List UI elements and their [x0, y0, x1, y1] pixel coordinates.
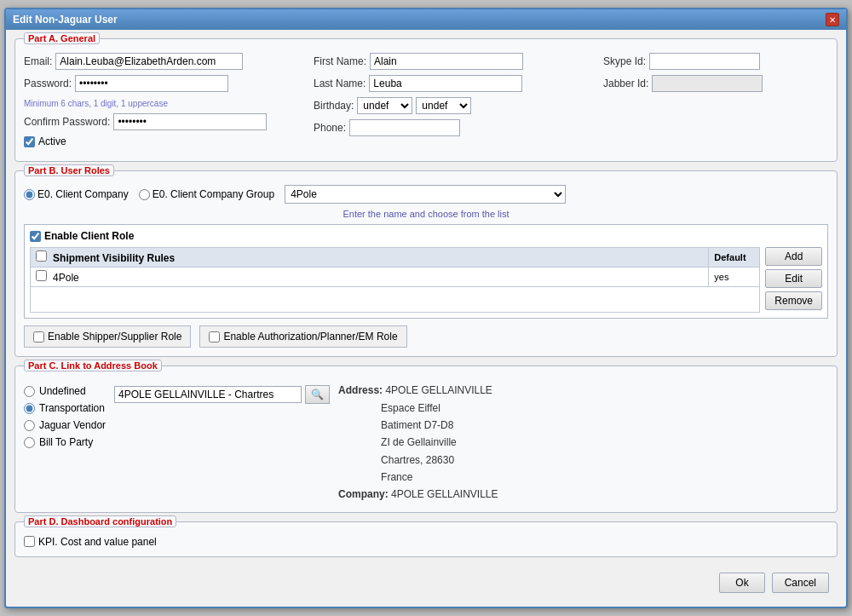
phone-field[interactable] — [349, 119, 460, 136]
radio-transportation[interactable] — [24, 403, 35, 414]
table-action-buttons: Add Edit Remove — [765, 247, 822, 310]
company-field-label: Company: — [338, 488, 389, 500]
radio-transportation-label[interactable]: Transportation — [24, 402, 106, 414]
password-hint: Minimum 6 chars, 1 digit, 1 uppercase — [24, 99, 168, 108]
section-d-title: Part D. Dashboard configuration — [24, 515, 176, 527]
address-line3: Batiment D7-D8 — [381, 419, 453, 431]
enable-auth-label[interactable]: Enable Authorization/Planner/EM Role — [199, 325, 406, 348]
enable-auth-checkbox[interactable] — [209, 331, 220, 343]
address-line5: Chartres, 28630 — [381, 454, 454, 466]
address-detail-col: Address: 4POLE GELLAINVILLE Espace Eiffe… — [338, 382, 498, 504]
enable-client-role-checkbox[interactable] — [30, 231, 41, 242]
extra-roles-section: Enable Shipper/Supplier Role Enable Auth… — [24, 325, 828, 348]
select-all-checkbox[interactable] — [36, 250, 47, 262]
address-detail: Address: 4POLE GELLAINVILLE Espace Eiffe… — [338, 382, 498, 504]
section-b-title: Part B. User Roles — [24, 164, 114, 176]
last-name-label: Last Name: — [314, 78, 366, 89]
edit-non-jaguar-user-dialog: Edit Non-Jaguar User ✕ Part A. General E… — [4, 8, 848, 608]
radio-client-company-label[interactable]: E0. Client Company — [24, 188, 129, 200]
search-col: 🔍 — [114, 385, 330, 404]
active-label: Active — [38, 135, 66, 147]
confirm-password-label: Confirm Password: — [24, 116, 110, 128]
address-line2: Espace Eiffel — [381, 402, 440, 414]
client-role-box: Enable Client Role Shipment Visibility R… — [24, 224, 828, 319]
skype-field[interactable] — [649, 53, 760, 70]
phone-label: Phone: — [314, 122, 346, 134]
section-a-title: Part A. General — [24, 32, 100, 44]
rule-default-cell: yes — [709, 268, 760, 287]
close-button[interactable]: ✕ — [826, 13, 839, 26]
col-header-name: Shipment Visibility Rules — [31, 248, 709, 268]
rule-checkbox[interactable] — [36, 270, 47, 281]
ok-button[interactable]: Ok — [719, 573, 764, 593]
skype-label: Skype Id: — [603, 55, 646, 67]
section-part-a: Part A. General Email: Password: Minimum… — [14, 38, 838, 162]
client-type-radio-group: E0. Client Company E0. Client Company Gr… — [24, 185, 828, 204]
radio-bill-to-party-label[interactable]: Bill To Party — [24, 436, 106, 448]
birthday-month-select[interactable]: undef — [357, 97, 412, 114]
enable-shipper-checkbox[interactable] — [33, 331, 44, 343]
search-button[interactable]: 🔍 — [305, 385, 330, 404]
empty-row — [31, 287, 760, 313]
radio-bill-to-party[interactable] — [24, 437, 35, 448]
section-part-d: Part D. Dashboard configuration KPI. Cos… — [14, 521, 838, 557]
kpi-checkbox[interactable] — [24, 536, 35, 547]
address-search-row: 🔍 — [114, 385, 330, 404]
address-search-input[interactable] — [114, 386, 302, 403]
first-name-label: First Name: — [314, 55, 366, 67]
enable-client-role-label: Enable Client Role — [44, 230, 134, 242]
password-label: Password: — [24, 78, 72, 89]
section-part-c: Part C. Link to Address Book Undefined T… — [14, 366, 838, 513]
company-dropdown[interactable]: 4Pole — [285, 185, 566, 204]
address-section: Undefined Transportation Jaguar Vendor — [24, 382, 828, 504]
birthday-day-select[interactable]: undef — [416, 97, 471, 114]
col-header-default: Default — [709, 248, 760, 268]
email-label: Email: — [24, 55, 52, 67]
rules-table: Shipment Visibility Rules Default — [30, 247, 760, 313]
rules-table-container: Shipment Visibility Rules Default — [30, 247, 760, 313]
radio-client-company-group[interactable] — [139, 189, 150, 200]
dialog-title: Edit Non-Jaguar User — [13, 14, 118, 26]
dialog-footer: Ok Cancel — [14, 566, 838, 598]
section-part-b: Part B. User Roles E0. Client Company E0… — [14, 170, 838, 357]
password-field[interactable] — [75, 75, 228, 92]
confirm-password-field[interactable] — [113, 113, 267, 130]
section-c-title: Part C. Link to Address Book — [24, 360, 162, 371]
radio-client-company[interactable] — [24, 189, 35, 200]
search-icon: 🔍 — [311, 389, 324, 400]
add-button[interactable]: Add — [765, 247, 822, 266]
first-name-field[interactable] — [370, 53, 523, 70]
address-line6: France — [381, 471, 412, 483]
kpi-label[interactable]: KPI. Cost and value panel — [24, 536, 828, 548]
address-line4: ZI de Gellainville — [381, 436, 457, 448]
jabber-label: Jabber Id: — [603, 78, 648, 89]
birthday-label: Birthday: — [314, 100, 354, 112]
remove-button[interactable]: Remove — [765, 291, 822, 310]
radio-client-company-group-label[interactable]: E0. Client Company Group — [139, 188, 274, 200]
visibility-rules-section: Shipment Visibility Rules Default — [30, 247, 822, 313]
dialog-body: Part A. General Email: Password: Minimum… — [6, 30, 846, 607]
radio-jaguar-vendor[interactable] — [24, 420, 35, 431]
radio-undefined[interactable] — [24, 386, 35, 397]
cancel-button[interactable]: Cancel — [772, 573, 829, 593]
active-checkbox[interactable] — [24, 136, 35, 147]
radio-options-col: Undefined Transportation Jaguar Vendor — [24, 382, 106, 448]
edit-button[interactable]: Edit — [765, 269, 822, 288]
last-name-field[interactable] — [369, 75, 522, 92]
radio-jaguar-vendor-label[interactable]: Jaguar Vendor — [24, 419, 106, 431]
email-field[interactable] — [55, 53, 243, 70]
dropdown-hint: Enter the name and choose from the list — [24, 209, 828, 219]
jabber-field[interactable] — [652, 75, 763, 92]
address-line1: 4POLE GELLAINVILLE — [385, 384, 492, 396]
address-field-label: Address: — [338, 384, 383, 396]
company-value: 4POLE GELLAINVILLE — [391, 488, 498, 500]
radio-undefined-label[interactable]: Undefined — [24, 385, 106, 397]
enable-shipper-label[interactable]: Enable Shipper/Supplier Role — [24, 325, 191, 348]
table-row: 4Pole yes — [31, 268, 760, 287]
dialog-titlebar: Edit Non-Jaguar User ✕ — [6, 9, 846, 30]
rule-name-cell: 4Pole — [31, 268, 709, 287]
